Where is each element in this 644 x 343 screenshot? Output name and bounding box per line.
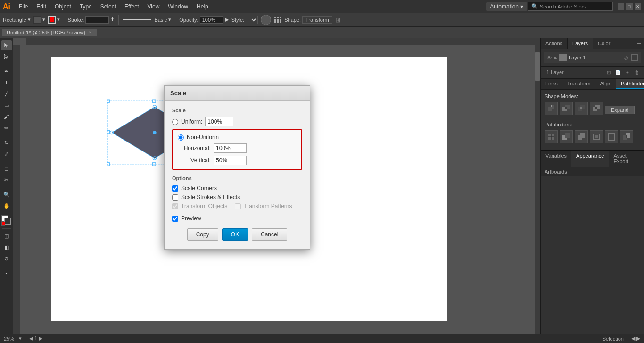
more-tools-btn[interactable]: ···	[1, 268, 12, 278]
gradient-btn[interactable]: ◧	[1, 242, 12, 252]
merge-icon[interactable]	[575, 130, 588, 143]
vertical-input[interactable]: 50%	[214, 156, 247, 165]
menu-window[interactable]: Window	[164, 2, 192, 11]
divide-icon[interactable]	[545, 130, 558, 143]
ok-button[interactable]: OK	[222, 228, 248, 241]
eraser-tool[interactable]: ◻	[1, 163, 12, 174]
none-btn[interactable]: ⊘	[1, 253, 12, 264]
canvas-area[interactable]: Scale Scale Uniform: 100% Non-Uniform	[13, 38, 540, 343]
tab-links[interactable]: Links	[541, 79, 562, 89]
tab-color[interactable]: Color	[593, 38, 615, 49]
crop-icon[interactable]	[590, 130, 603, 143]
menu-object[interactable]: Object	[51, 2, 75, 11]
selection-tool[interactable]	[1, 40, 12, 50]
shape-selector[interactable]: Rectangle ▾	[3, 17, 31, 23]
minus-front-icon[interactable]	[560, 102, 573, 115]
minus-back-icon[interactable]	[620, 130, 633, 143]
automation-dropdown[interactable]: Automation ▾	[486, 2, 527, 11]
nav-arrows[interactable]: ◀ ▶	[631, 335, 640, 342]
uniform-radio[interactable]	[172, 119, 178, 125]
create-sublayer-button[interactable]: 📄	[614, 68, 622, 76]
tool-sep-7	[2, 266, 11, 266]
cancel-button[interactable]: Cancel	[252, 228, 287, 241]
scale-strokes-checkbox[interactable]	[172, 194, 178, 201]
trim-icon[interactable]	[560, 130, 573, 143]
tab-close-button[interactable]: ✕	[88, 30, 92, 35]
uniform-value-input[interactable]: 100%	[205, 117, 233, 126]
menu-view[interactable]: View	[144, 2, 164, 11]
menu-type[interactable]: Type	[76, 2, 96, 11]
variables-tab[interactable]: Variables	[541, 151, 571, 167]
line-tool[interactable]: ╱	[1, 89, 12, 99]
tab-layers[interactable]: Layers	[568, 38, 593, 49]
color-mode-btn[interactable]: ◫	[1, 231, 12, 241]
tab-transform[interactable]: Transform	[562, 79, 595, 89]
outline-icon[interactable]	[605, 130, 618, 143]
pen-tool[interactable]: ✒	[1, 66, 12, 76]
fill-stroke-widget[interactable]	[1, 215, 12, 226]
exclude-icon[interactable]	[590, 102, 603, 115]
close-button[interactable]: ✕	[635, 3, 641, 10]
scrollbar-vertical[interactable]	[535, 38, 540, 343]
opacity-input[interactable]: 100%	[200, 16, 223, 24]
rotate-tool[interactable]: ↻	[1, 137, 12, 148]
copy-button[interactable]: Copy	[187, 228, 218, 241]
direct-selection-tool[interactable]	[1, 51, 12, 62]
grid-options[interactable]	[274, 17, 281, 23]
maximize-button[interactable]: □	[626, 3, 633, 10]
menu-effect[interactable]: Effect	[121, 2, 142, 11]
stroke-color[interactable]: ▾	[48, 16, 60, 24]
fill-color[interactable]: ▾	[33, 16, 45, 24]
tab-pathfinder[interactable]: Pathfinder	[616, 79, 644, 89]
menu-select[interactable]: Select	[97, 2, 120, 11]
visibility-icon[interactable]: 👁	[547, 55, 552, 60]
horizontal-input[interactable]: 100%	[214, 143, 247, 153]
style-select[interactable]	[246, 16, 258, 24]
zoom-level[interactable]: 25%	[4, 336, 14, 342]
transform-button[interactable]: Transform	[302, 16, 332, 24]
paintbrush-tool[interactable]: 🖌	[1, 111, 12, 122]
minimize-button[interactable]: —	[618, 3, 624, 10]
type-tool[interactable]: T	[1, 77, 12, 88]
document-tab[interactable]: Untitled-1* @ 25% (RGB/Preview) ✕	[2, 29, 97, 36]
search-stock-box[interactable]: 🔍 Search Adobe Stock	[528, 2, 613, 11]
intersect-icon[interactable]	[575, 102, 588, 115]
menu-file[interactable]: File	[15, 2, 32, 11]
unite-icon[interactable]	[545, 102, 558, 115]
asset-export-tab[interactable]: Asset Export	[609, 151, 644, 167]
new-layer-button[interactable]: +	[623, 68, 632, 76]
dialog-title: Scale	[170, 90, 186, 97]
menu-edit[interactable]: Edit	[33, 2, 50, 11]
lock-icon[interactable]	[631, 54, 638, 61]
delete-layer-button[interactable]: 🗑	[633, 68, 641, 76]
opacity-arrow[interactable]: ▶	[225, 17, 229, 23]
appearance-tab[interactable]: Appearance	[571, 151, 609, 167]
zoom-tool[interactable]: 🔍	[1, 189, 12, 200]
scale-corners-label: Scale Corners	[181, 185, 217, 192]
zoom-chevron[interactable]: ▾	[19, 335, 22, 342]
align-tools[interactable]: ⊞	[335, 16, 341, 24]
expand-arrow[interactable]: ▶	[554, 56, 557, 60]
tab-align[interactable]: Align	[595, 79, 616, 89]
page-nav[interactable]: ◀ 1 ▶	[29, 335, 42, 342]
expand-button[interactable]: Expand	[605, 106, 635, 114]
stroke-stepper[interactable]: ⬆	[110, 17, 115, 23]
target-icon[interactable]: ◎	[624, 55, 628, 60]
pencil-tool[interactable]: ✏	[1, 123, 12, 133]
globe-icon[interactable]	[261, 15, 271, 25]
tab-actions[interactable]: Actions	[541, 38, 568, 49]
stroke-input[interactable]	[85, 16, 109, 24]
preview-checkbox[interactable]	[172, 216, 178, 222]
menu-help[interactable]: Help	[193, 2, 212, 11]
svg-rect-2	[152, 100, 155, 102]
stroke-style-selector[interactable]: Basic ▾	[123, 17, 171, 23]
hand-tool[interactable]: ✋	[1, 201, 12, 211]
make-clipping-mask-button[interactable]: ⊡	[604, 68, 613, 76]
non-uniform-radio[interactable]	[178, 134, 184, 141]
layer-1-row[interactable]: 👁 ▶ Layer 1 ◎	[544, 52, 641, 63]
rectangle-tool[interactable]: ▭	[1, 100, 12, 110]
scale-corners-checkbox[interactable]	[172, 185, 178, 192]
scale-tool[interactable]: ⤢	[1, 149, 12, 159]
scissors-tool[interactable]: ✂	[1, 175, 12, 185]
panel-menu-button[interactable]: ☰	[636, 40, 642, 47]
